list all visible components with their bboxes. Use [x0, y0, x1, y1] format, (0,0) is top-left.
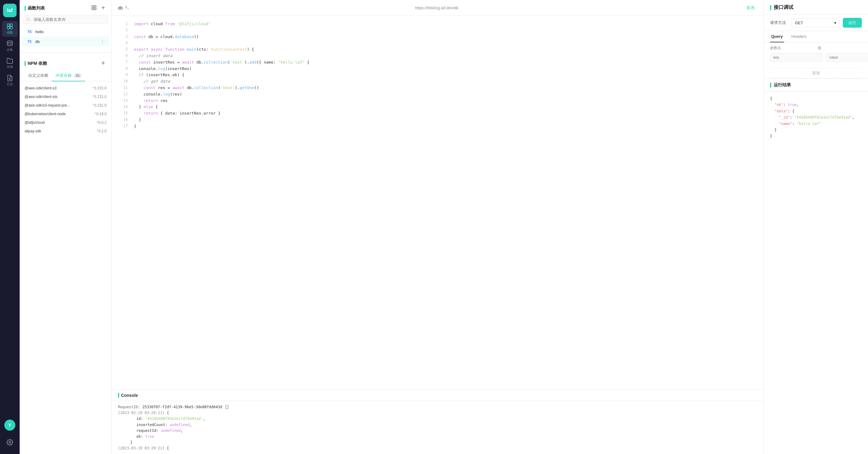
run-button[interactable]: 运行 — [843, 18, 862, 28]
result-header: 运行结果 — [764, 79, 868, 92]
functions-header: 函数列表 — [20, 0, 112, 15]
add-function-button[interactable] — [100, 4, 106, 12]
tab-headers[interactable]: Headers — [790, 31, 808, 42]
result-line: } — [770, 133, 862, 139]
result-line: } — [770, 127, 862, 133]
method-row: 请求方法 GET ▾ 运行 — [764, 15, 868, 31]
svg-rect-10 — [95, 8, 96, 10]
editor-topbar: db https://hhk0cg.laf.dev/db 发布 — [112, 0, 764, 16]
result-content[interactable]: { "ok": true, "data": { "_id": "6416b9d0… — [764, 92, 868, 454]
npm-package-name: @aws-sdk/client-sts — [25, 95, 57, 99]
npm-package-name: @kubernetes/client-node — [25, 112, 66, 116]
function-item-hello[interactable]: TS hello — [22, 27, 110, 36]
result-line: "ok": true, — [770, 102, 862, 108]
main-area: db https://hhk0cg.laf.dev/db 发布 1 import… — [112, 0, 764, 454]
npm-package-version: ^3.2.0 — [97, 129, 106, 133]
npm-package-version: ^3.231.0 — [92, 103, 106, 108]
params-name-header: 参数名 — [770, 46, 814, 51]
console-header: Console — [112, 390, 764, 401]
app-logo[interactable]: laf — [3, 4, 17, 17]
npm-package-name: @aws-sdk/client-s3 — [25, 86, 57, 90]
tab-query[interactable]: Query — [770, 31, 784, 42]
npm-tab-builtin[interactable]: 内置依赖 25 — [52, 70, 85, 82]
collections-label: 合集 — [7, 48, 13, 52]
function-template-button[interactable] — [91, 4, 97, 12]
functions-title: 函数列表 — [25, 5, 45, 11]
code-line-13: 13 return res — [112, 98, 764, 104]
terminal-icon — [125, 5, 130, 11]
collections-icon — [6, 40, 13, 47]
svg-rect-0 — [7, 24, 9, 26]
code-line-3: 3 const db = cloud.database() — [112, 34, 764, 40]
code-line-5: 5 export async function main(ctx: Functi… — [112, 47, 764, 53]
sidebar-item-storage[interactable]: 存储 — [2, 55, 18, 71]
list-item: alipay-sdk ^3.2.0 — [20, 127, 112, 135]
publish-button[interactable]: 发布 — [744, 4, 757, 12]
template-icon — [91, 5, 97, 10]
add-npm-icon — [100, 60, 106, 66]
param-key-input[interactable] — [770, 53, 823, 62]
copy-icon[interactable]: 📋 — [224, 405, 229, 409]
svg-rect-2 — [7, 27, 9, 29]
svg-line-15 — [29, 20, 30, 21]
code-line-7: 7 const insertRes = await db.collection(… — [112, 59, 764, 66]
add-param-button[interactable]: 添加 — [770, 68, 862, 78]
editor-tab[interactable]: db — [118, 5, 130, 11]
console-title: Console — [121, 393, 138, 398]
svg-rect-8 — [92, 5, 93, 7]
list-item: @aws-sdk/client-s3 ^3.231.0 — [20, 84, 112, 92]
console-title-bar — [118, 393, 119, 398]
npm-package-name: @aws-sdk/s3-request-pre... — [25, 103, 70, 108]
sidebar-item-logs[interactable]: 日志 — [2, 72, 18, 88]
console-log-1a: id: '6416b9d0f82e2e17d7be91ad', — [118, 416, 757, 422]
console-log-1: [2023-03-19 03:29:21] { — [118, 410, 757, 416]
more-options-button[interactable]: ⋮ — [100, 39, 105, 44]
settings-button[interactable] — [2, 434, 18, 450]
code-line-2: 2 — [112, 27, 764, 34]
console-log-1c: requestId: undefined, — [118, 428, 757, 434]
title-bar-accent — [25, 61, 26, 66]
right-panel: 接口调试 请求方法 GET ▾ 运行 Query Headers 参数名 值 ✕… — [764, 0, 868, 454]
svg-point-7 — [9, 442, 11, 443]
result-line: "data": { — [770, 108, 862, 114]
search-input[interactable] — [23, 15, 108, 24]
code-line-8: 8 console.log(insertRes) — [112, 66, 764, 72]
editor-url: https://hhk0cg.laf.dev/db — [133, 5, 740, 10]
storage-label: 存储 — [7, 65, 13, 69]
storage-icon — [6, 57, 13, 64]
settings-icon — [6, 439, 13, 446]
console-log-1b: insertedCount: undefined, — [118, 422, 757, 428]
sidebar-item-collections[interactable]: 合集 — [2, 38, 18, 54]
function-item-db[interactable]: TS db ⋮ — [22, 36, 110, 47]
npm-header: NPM 依赖 — [20, 55, 112, 70]
title-bar-accent — [25, 6, 26, 11]
result-line: "name": "hello laf" — [770, 121, 862, 127]
add-npm-button[interactable] — [100, 60, 106, 67]
list-item: @lafjs/cloud ^0.0.2 — [20, 118, 112, 127]
result-section: 运行结果 { "ok": true, "data": { "_id": "641… — [764, 78, 868, 454]
code-line-17: 17 } — [112, 123, 764, 130]
code-line-4: 4 — [112, 40, 764, 47]
npm-package-version: ^0.0.2 — [97, 120, 106, 125]
console-area: Console RequestID: 25336f07-f2df-4139-96… — [112, 390, 764, 454]
sidebar-item-functions[interactable]: 函数 — [2, 21, 18, 37]
result-line: { — [770, 95, 862, 102]
ts-badge: TS — [26, 30, 33, 34]
method-select[interactable]: GET ▾ — [792, 19, 840, 27]
param-value-input[interactable] — [826, 53, 868, 62]
npm-tab-custom[interactable]: 自定义依赖 — [25, 70, 52, 82]
functions-actions — [91, 4, 106, 12]
code-line-6: 6 // insert data — [112, 53, 764, 59]
right-panel-title: 接口调试 — [770, 4, 862, 11]
function-name: db — [35, 39, 98, 44]
svg-point-14 — [27, 18, 30, 20]
user-avatar[interactable]: Y — [4, 420, 16, 431]
chevron-down-icon: ▾ — [834, 21, 836, 25]
right-panel-header: 接口调试 — [764, 0, 868, 15]
console-content[interactable]: RequestID: 25336f07-f2df-4139-96e5-3de08… — [112, 401, 764, 454]
code-editor[interactable]: 1 import cloud from '@lafjs/cloud' 2 3 c… — [112, 16, 764, 390]
code-line-10: 10 // get data — [112, 78, 764, 85]
code-line-16: 16 } — [112, 117, 764, 123]
list-item: @aws-sdk/client-sts ^3.231.0 — [20, 92, 112, 101]
request-id-value: 25336f07-f2df-4139-96e5-3de08fdd643d — [142, 405, 222, 409]
